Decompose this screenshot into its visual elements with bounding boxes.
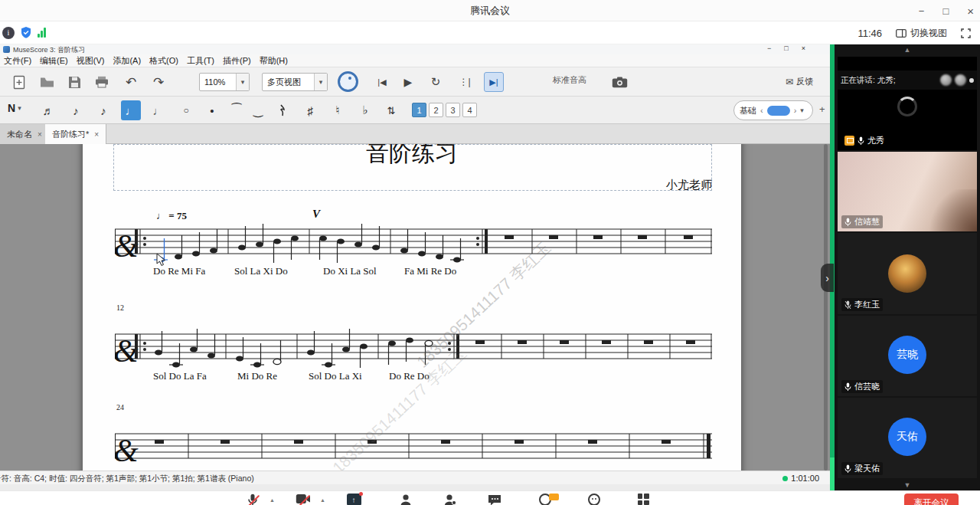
- lyrics[interactable]: Do Xi La Sol: [323, 265, 377, 277]
- rewind-button[interactable]: |◀: [372, 72, 392, 92]
- image-capture-button[interactable]: [609, 72, 629, 92]
- ms-minimize-icon[interactable]: −: [767, 44, 771, 52]
- lyrics[interactable]: Sol Do La Fa: [153, 370, 207, 382]
- reactions-button[interactable]: [585, 494, 603, 505]
- tab-close-icon[interactable]: ×: [94, 130, 99, 139]
- eighth-note-button[interactable]: ♪: [66, 100, 86, 120]
- meeting-info-icon[interactable]: i: [2, 27, 15, 39]
- menu-view[interactable]: 视图(V): [77, 55, 105, 67]
- score-author[interactable]: 小尤老师: [666, 178, 712, 192]
- menu-format[interactable]: 格式(O): [149, 55, 178, 67]
- lyrics[interactable]: Mi Do Re: [237, 370, 277, 382]
- whole-note-button[interactable]: ○: [176, 100, 196, 120]
- chevron-down-icon[interactable]: ▾: [800, 107, 804, 114]
- camera-options-caret[interactable]: ▲: [320, 497, 325, 503]
- tab-scale-practice[interactable]: 音阶练习* ×: [45, 124, 106, 144]
- apps-button[interactable]: [634, 494, 652, 505]
- sharp-button[interactable]: ♯: [300, 100, 320, 120]
- lyrics[interactable]: Fa Mi Re Do: [404, 265, 456, 277]
- menu-plugins[interactable]: 插件(P): [223, 55, 251, 67]
- scroll-up-icon[interactable]: ▲: [904, 46, 911, 54]
- video-tile-liangtianyou[interactable]: 天佑 梁天佑: [838, 398, 977, 478]
- slur-button[interactable]: ‿: [248, 100, 268, 120]
- loop-playback-button[interactable]: ↻: [426, 72, 446, 92]
- concert-pitch-button[interactable]: 标准音高: [553, 74, 586, 86]
- zoom-select[interactable]: 110% ▾: [199, 73, 250, 91]
- network-signal-icon[interactable]: [38, 28, 46, 38]
- voice-2-button[interactable]: 2: [429, 103, 443, 117]
- minimize-icon[interactable]: −: [919, 5, 925, 17]
- ms-close-icon[interactable]: ×: [802, 44, 805, 52]
- new-score-button[interactable]: [9, 72, 29, 92]
- add-palette-button[interactable]: +: [819, 103, 825, 115]
- tab-untitled[interactable]: 未命名 ×: [0, 124, 50, 144]
- play-button[interactable]: ▶: [398, 72, 418, 92]
- switch-view-button[interactable]: 切换视图: [896, 27, 947, 40]
- lyrics[interactable]: Sol Do La Xi: [309, 370, 362, 382]
- play-repeats-button[interactable]: ▶|: [484, 72, 504, 92]
- video-tile-xinjinghui[interactable]: 信靖慧: [838, 152, 977, 231]
- menu-help[interactable]: 帮助(H): [260, 55, 288, 67]
- augmentation-dot-button[interactable]: •: [202, 100, 222, 120]
- tie-button[interactable]: ⁀: [227, 100, 247, 120]
- fullscreen-icon[interactable]: [961, 28, 971, 38]
- voice-3-button[interactable]: 3: [446, 103, 460, 117]
- score-scrollbar[interactable]: [824, 144, 828, 471]
- video-tile-youxiu[interactable]: 正在讲话: 尤秀; 尤秀: [838, 57, 977, 150]
- video-tile-lihongyu[interactable]: 李红玉: [838, 233, 977, 314]
- scroll-down-icon[interactable]: ▼: [904, 481, 911, 489]
- print-button[interactable]: [92, 72, 112, 92]
- palette-selector[interactable]: 基础 ‹ › ▾: [733, 100, 813, 120]
- participants-button[interactable]: [397, 494, 415, 505]
- staff-system-3[interactable]: &: [115, 423, 712, 471]
- menu-file[interactable]: 文件(F): [4, 55, 31, 67]
- video-tile-xinyunxiao[interactable]: 芸晓 信芸晓: [838, 316, 977, 396]
- rest-button[interactable]: [273, 100, 292, 120]
- score-canvas[interactable]: 音阶练习 小尤老师 ♩ = 75 V &: [0, 144, 830, 471]
- redo-button[interactable]: ↷: [149, 72, 168, 92]
- save-button[interactable]: [64, 72, 84, 92]
- voice-1-button[interactable]: 1: [412, 103, 426, 117]
- staff-system-1[interactable]: &: [115, 218, 712, 267]
- menu-tools[interactable]: 工具(T): [187, 55, 214, 67]
- natural-button[interactable]: ♮: [328, 100, 348, 120]
- mic-options-caret[interactable]: ▲: [270, 497, 275, 503]
- voice-4-button[interactable]: 4: [462, 103, 477, 117]
- midi-input-icon[interactable]: [338, 71, 358, 92]
- menu-edit[interactable]: 编辑(E): [40, 55, 68, 67]
- chevron-right-icon[interactable]: ›: [794, 106, 797, 115]
- menu-add[interactable]: 添加(A): [113, 55, 141, 67]
- lyrics[interactable]: Do Re Mi Fa: [153, 265, 205, 277]
- staff-system-2[interactable]: &: [115, 323, 712, 372]
- ms-maximize-icon[interactable]: □: [784, 44, 788, 52]
- pin-icon[interactable]: [969, 78, 974, 83]
- camera-button[interactable]: [294, 494, 312, 505]
- half-note-button[interactable]: ♩: [149, 100, 168, 120]
- undo-button[interactable]: ↶: [121, 72, 141, 92]
- record-button[interactable]: [536, 494, 554, 505]
- open-file-button[interactable]: [37, 72, 57, 92]
- tab-close-icon[interactable]: ×: [38, 130, 42, 139]
- metronome-button[interactable]: ⋮|: [455, 72, 475, 92]
- panel-collapse-handle[interactable]: ›: [821, 264, 834, 292]
- mouse-cursor: [156, 253, 166, 267]
- mute-button[interactable]: [243, 494, 262, 505]
- eighth-note-button-2[interactable]: ♪: [93, 100, 113, 120]
- lyrics[interactable]: Sol La Xi Do: [234, 265, 288, 277]
- chat-button[interactable]: [485, 494, 504, 505]
- flat-button[interactable]: ♭: [355, 100, 375, 120]
- note-input-button[interactable]: N ▾: [8, 102, 21, 114]
- maximize-icon[interactable]: □: [942, 5, 949, 17]
- score-title[interactable]: 音阶练习: [83, 144, 741, 169]
- close-icon[interactable]: ×: [967, 5, 974, 18]
- share-screen-button[interactable]: ↑: [345, 494, 363, 505]
- chevron-left-icon[interactable]: ‹: [760, 106, 763, 115]
- host-tools-button[interactable]: [441, 494, 459, 505]
- sixteenth-note-button[interactable]: ♬: [38, 100, 58, 120]
- view-mode-select[interactable]: 多页视图 ▾: [262, 73, 328, 91]
- quarter-note-button[interactable]: ♩: [121, 100, 141, 120]
- flip-direction-button[interactable]: ⇅: [381, 100, 401, 120]
- security-shield-icon[interactable]: [20, 26, 32, 39]
- leave-meeting-button[interactable]: 离开会议: [904, 494, 959, 505]
- feedback-button[interactable]: ✉ 反馈: [786, 76, 813, 87]
